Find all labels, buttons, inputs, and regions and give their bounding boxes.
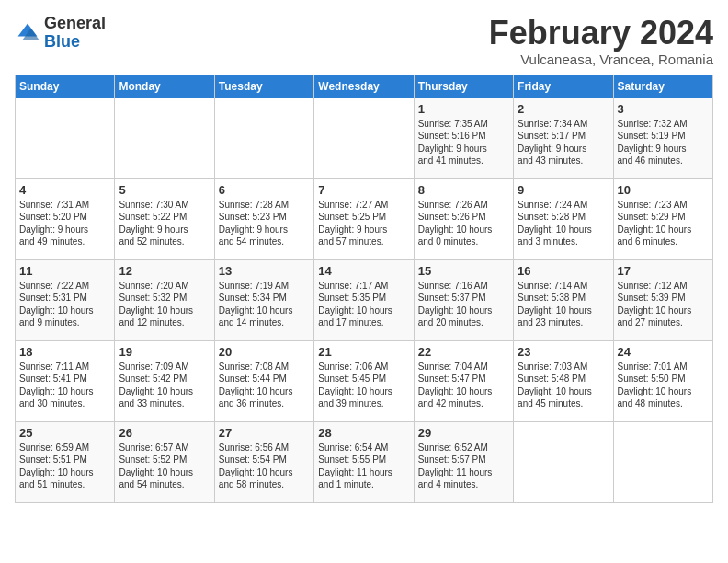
day-info: Sunrise: 7:28 AM Sunset: 5:23 PM Dayligh… <box>219 199 310 248</box>
day-info: Sunrise: 7:32 AM Sunset: 5:19 PM Dayligh… <box>618 118 709 167</box>
day-number: 2 <box>518 102 609 116</box>
day-number: 5 <box>119 183 210 197</box>
day-number: 29 <box>418 426 509 440</box>
day-info: Sunrise: 7:22 AM Sunset: 5:31 PM Dayligh… <box>19 280 110 329</box>
calendar-cell: 17Sunrise: 7:12 AM Sunset: 5:39 PM Dayli… <box>613 259 712 340</box>
day-info: Sunrise: 6:52 AM Sunset: 5:57 PM Dayligh… <box>418 442 509 491</box>
calendar-title: February 2024 <box>489 15 713 52</box>
logo: General Blue <box>15 15 106 52</box>
calendar-cell: 23Sunrise: 7:03 AM Sunset: 5:48 PM Dayli… <box>514 340 613 421</box>
weekday-header-saturday: Saturday <box>613 75 712 98</box>
calendar-subtitle: Vulcaneasa, Vrancea, Romania <box>489 52 713 67</box>
day-number: 10 <box>618 183 709 197</box>
day-number: 27 <box>219 426 310 440</box>
day-number: 23 <box>518 345 609 359</box>
calendar-cell: 4Sunrise: 7:31 AM Sunset: 5:20 PM Daylig… <box>16 178 115 259</box>
calendar-cell: 26Sunrise: 6:57 AM Sunset: 5:52 PM Dayli… <box>115 421 214 502</box>
day-number: 17 <box>618 264 709 278</box>
calendar-week-2: 4Sunrise: 7:31 AM Sunset: 5:20 PM Daylig… <box>16 178 713 259</box>
day-number: 24 <box>618 345 709 359</box>
calendar-cell: 16Sunrise: 7:14 AM Sunset: 5:38 PM Dayli… <box>514 259 613 340</box>
calendar-cell: 21Sunrise: 7:06 AM Sunset: 5:45 PM Dayli… <box>314 340 414 421</box>
day-number: 21 <box>318 345 409 359</box>
calendar-cell <box>514 421 613 502</box>
day-info: Sunrise: 7:01 AM Sunset: 5:50 PM Dayligh… <box>618 361 709 410</box>
calendar-cell: 28Sunrise: 6:54 AM Sunset: 5:55 PM Dayli… <box>314 421 414 502</box>
weekday-header-monday: Monday <box>115 75 214 98</box>
day-number: 16 <box>518 264 609 278</box>
logo-blue: Blue <box>44 33 106 52</box>
calendar-table: SundayMondayTuesdayWednesdayThursdayFrid… <box>15 75 713 503</box>
calendar-cell <box>314 98 414 178</box>
calendar-week-5: 25Sunrise: 6:59 AM Sunset: 5:51 PM Dayli… <box>16 421 713 502</box>
day-info: Sunrise: 7:06 AM Sunset: 5:45 PM Dayligh… <box>318 361 409 410</box>
day-number: 22 <box>418 345 509 359</box>
calendar-cell: 25Sunrise: 6:59 AM Sunset: 5:51 PM Dayli… <box>16 421 115 502</box>
day-info: Sunrise: 6:59 AM Sunset: 5:51 PM Dayligh… <box>19 442 110 491</box>
weekday-header-row: SundayMondayTuesdayWednesdayThursdayFrid… <box>16 75 713 98</box>
calendar-cell: 8Sunrise: 7:26 AM Sunset: 5:26 PM Daylig… <box>414 178 513 259</box>
day-info: Sunrise: 7:35 AM Sunset: 5:16 PM Dayligh… <box>418 118 509 167</box>
weekday-header-wednesday: Wednesday <box>314 75 414 98</box>
weekday-header-thursday: Thursday <box>414 75 513 98</box>
page-header: General Blue February 2024 Vulcaneasa, V… <box>15 15 713 67</box>
day-number: 13 <box>219 264 310 278</box>
day-info: Sunrise: 7:27 AM Sunset: 5:25 PM Dayligh… <box>318 199 409 248</box>
day-info: Sunrise: 7:26 AM Sunset: 5:26 PM Dayligh… <box>418 199 509 248</box>
calendar-cell: 7Sunrise: 7:27 AM Sunset: 5:25 PM Daylig… <box>314 178 414 259</box>
calendar-cell: 12Sunrise: 7:20 AM Sunset: 5:32 PM Dayli… <box>115 259 214 340</box>
day-info: Sunrise: 7:34 AM Sunset: 5:17 PM Dayligh… <box>518 118 609 167</box>
calendar-body: 1Sunrise: 7:35 AM Sunset: 5:16 PM Daylig… <box>16 98 713 502</box>
calendar-cell: 27Sunrise: 6:56 AM Sunset: 5:54 PM Dayli… <box>214 421 313 502</box>
logo-general: General <box>44 15 106 33</box>
day-info: Sunrise: 7:30 AM Sunset: 5:22 PM Dayligh… <box>119 199 210 248</box>
day-info: Sunrise: 7:31 AM Sunset: 5:20 PM Dayligh… <box>19 199 110 248</box>
calendar-week-4: 18Sunrise: 7:11 AM Sunset: 5:41 PM Dayli… <box>16 340 713 421</box>
day-number: 4 <box>19 183 110 197</box>
calendar-week-3: 11Sunrise: 7:22 AM Sunset: 5:31 PM Dayli… <box>16 259 713 340</box>
day-info: Sunrise: 7:16 AM Sunset: 5:37 PM Dayligh… <box>418 280 509 329</box>
day-info: Sunrise: 7:03 AM Sunset: 5:48 PM Dayligh… <box>518 361 609 410</box>
calendar-cell <box>613 421 712 502</box>
day-info: Sunrise: 7:24 AM Sunset: 5:28 PM Dayligh… <box>518 199 609 248</box>
day-number: 28 <box>318 426 409 440</box>
day-info: Sunrise: 7:23 AM Sunset: 5:29 PM Dayligh… <box>618 199 709 248</box>
calendar-cell: 9Sunrise: 7:24 AM Sunset: 5:28 PM Daylig… <box>514 178 613 259</box>
calendar-cell: 19Sunrise: 7:09 AM Sunset: 5:42 PM Dayli… <box>115 340 214 421</box>
calendar-cell: 29Sunrise: 6:52 AM Sunset: 5:57 PM Dayli… <box>414 421 513 502</box>
logo-icon <box>15 20 40 46</box>
day-number: 6 <box>219 183 310 197</box>
day-number: 14 <box>318 264 409 278</box>
day-number: 18 <box>19 345 110 359</box>
calendar-cell: 6Sunrise: 7:28 AM Sunset: 5:23 PM Daylig… <box>214 178 313 259</box>
day-number: 7 <box>318 183 409 197</box>
title-block: February 2024 Vulcaneasa, Vrancea, Roman… <box>489 15 713 67</box>
day-number: 8 <box>418 183 509 197</box>
calendar-cell <box>115 98 214 178</box>
calendar-cell: 20Sunrise: 7:08 AM Sunset: 5:44 PM Dayli… <box>214 340 313 421</box>
day-info: Sunrise: 7:11 AM Sunset: 5:41 PM Dayligh… <box>19 361 110 410</box>
calendar-cell <box>16 98 115 178</box>
calendar-cell: 14Sunrise: 7:17 AM Sunset: 5:35 PM Dayli… <box>314 259 414 340</box>
day-number: 15 <box>418 264 509 278</box>
calendar-week-1: 1Sunrise: 7:35 AM Sunset: 5:16 PM Daylig… <box>16 98 713 178</box>
day-number: 20 <box>219 345 310 359</box>
calendar-cell: 18Sunrise: 7:11 AM Sunset: 5:41 PM Dayli… <box>16 340 115 421</box>
day-info: Sunrise: 7:08 AM Sunset: 5:44 PM Dayligh… <box>219 361 310 410</box>
calendar-cell: 22Sunrise: 7:04 AM Sunset: 5:47 PM Dayli… <box>414 340 513 421</box>
calendar-cell: 5Sunrise: 7:30 AM Sunset: 5:22 PM Daylig… <box>115 178 214 259</box>
day-number: 3 <box>618 102 709 116</box>
weekday-header-tuesday: Tuesday <box>214 75 313 98</box>
day-number: 26 <box>119 426 210 440</box>
weekday-header-sunday: Sunday <box>16 75 115 98</box>
calendar-cell <box>214 98 313 178</box>
day-info: Sunrise: 6:57 AM Sunset: 5:52 PM Dayligh… <box>119 442 210 491</box>
calendar-header: SundayMondayTuesdayWednesdayThursdayFrid… <box>16 75 713 98</box>
weekday-header-friday: Friday <box>514 75 613 98</box>
day-number: 19 <box>119 345 210 359</box>
calendar-cell: 11Sunrise: 7:22 AM Sunset: 5:31 PM Dayli… <box>16 259 115 340</box>
day-info: Sunrise: 7:12 AM Sunset: 5:39 PM Dayligh… <box>618 280 709 329</box>
day-number: 1 <box>418 102 509 116</box>
day-number: 12 <box>119 264 210 278</box>
day-info: Sunrise: 7:19 AM Sunset: 5:34 PM Dayligh… <box>219 280 310 329</box>
